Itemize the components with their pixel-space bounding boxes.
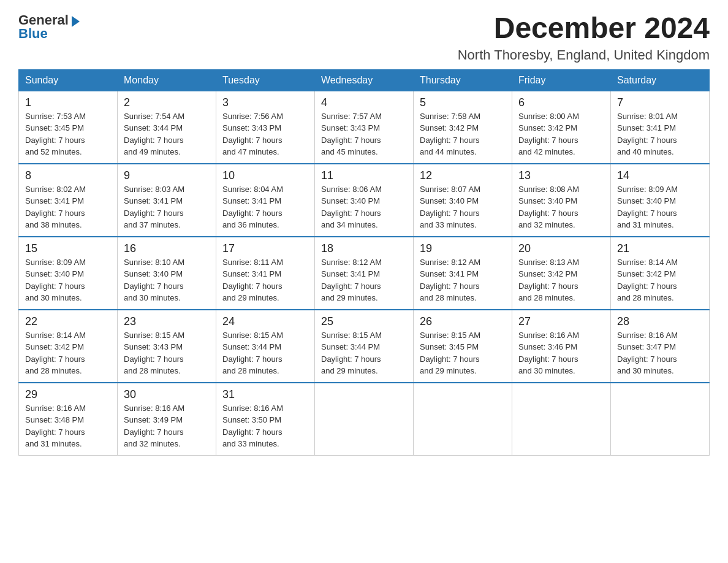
table-row: 26 Sunrise: 8:15 AM Sunset: 3:45 PM Dayl… bbox=[414, 310, 512, 383]
day-info: Sunrise: 7:58 AM Sunset: 3:42 PM Dayligh… bbox=[420, 110, 506, 158]
day-info: Sunrise: 8:16 AM Sunset: 3:49 PM Dayligh… bbox=[124, 402, 210, 450]
day-info: Sunrise: 7:56 AM Sunset: 3:43 PM Dayligh… bbox=[222, 110, 308, 158]
day-info: Sunrise: 8:15 AM Sunset: 3:43 PM Dayligh… bbox=[124, 329, 210, 377]
month-title: December 2024 bbox=[458, 12, 710, 45]
table-row: 12 Sunrise: 8:07 AM Sunset: 3:40 PM Dayl… bbox=[414, 164, 512, 237]
header-thursday: Thursday bbox=[414, 69, 512, 91]
day-number: 6 bbox=[518, 96, 604, 109]
calendar-week-row: 22 Sunrise: 8:14 AM Sunset: 3:42 PM Dayl… bbox=[19, 310, 710, 383]
day-number: 12 bbox=[420, 169, 506, 182]
day-number: 19 bbox=[420, 242, 506, 255]
day-number: 8 bbox=[25, 169, 111, 182]
table-row: 15 Sunrise: 8:09 AM Sunset: 3:40 PM Dayl… bbox=[19, 237, 118, 310]
table-row bbox=[512, 383, 611, 456]
day-info: Sunrise: 8:04 AM Sunset: 3:41 PM Dayligh… bbox=[222, 183, 308, 231]
day-info: Sunrise: 8:16 AM Sunset: 3:48 PM Dayligh… bbox=[25, 402, 111, 450]
table-row: 7 Sunrise: 8:01 AM Sunset: 3:41 PM Dayli… bbox=[611, 91, 710, 164]
header-monday: Monday bbox=[118, 69, 216, 91]
day-number: 16 bbox=[124, 242, 210, 255]
day-info: Sunrise: 8:01 AM Sunset: 3:41 PM Dayligh… bbox=[617, 110, 703, 158]
day-info: Sunrise: 8:02 AM Sunset: 3:41 PM Dayligh… bbox=[25, 183, 111, 231]
day-info: Sunrise: 8:15 AM Sunset: 3:44 PM Dayligh… bbox=[222, 329, 308, 377]
day-number: 23 bbox=[124, 315, 210, 328]
day-info: Sunrise: 8:10 AM Sunset: 3:40 PM Dayligh… bbox=[124, 256, 210, 304]
header-saturday: Saturday bbox=[611, 69, 710, 91]
day-info: Sunrise: 8:09 AM Sunset: 3:40 PM Dayligh… bbox=[25, 256, 111, 304]
table-row: 31 Sunrise: 8:16 AM Sunset: 3:50 PM Dayl… bbox=[216, 383, 315, 456]
day-number: 22 bbox=[25, 315, 111, 328]
day-info: Sunrise: 8:16 AM Sunset: 3:46 PM Dayligh… bbox=[518, 329, 604, 377]
day-number: 10 bbox=[222, 169, 308, 182]
day-info: Sunrise: 8:07 AM Sunset: 3:40 PM Dayligh… bbox=[420, 183, 506, 231]
calendar-week-row: 15 Sunrise: 8:09 AM Sunset: 3:40 PM Dayl… bbox=[19, 237, 710, 310]
day-info: Sunrise: 8:09 AM Sunset: 3:40 PM Dayligh… bbox=[617, 183, 703, 231]
day-info: Sunrise: 8:08 AM Sunset: 3:40 PM Dayligh… bbox=[518, 183, 604, 231]
day-info: Sunrise: 8:12 AM Sunset: 3:41 PM Dayligh… bbox=[420, 256, 506, 304]
table-row: 14 Sunrise: 8:09 AM Sunset: 3:40 PM Dayl… bbox=[611, 164, 710, 237]
page-header: General Blue December 2024 North Thoresb… bbox=[18, 12, 710, 63]
day-info: Sunrise: 8:13 AM Sunset: 3:42 PM Dayligh… bbox=[518, 256, 604, 304]
table-row: 21 Sunrise: 8:14 AM Sunset: 3:42 PM Dayl… bbox=[611, 237, 710, 310]
day-number: 26 bbox=[420, 315, 506, 328]
day-number: 9 bbox=[124, 169, 210, 182]
day-number: 14 bbox=[617, 169, 703, 182]
day-number: 15 bbox=[25, 242, 111, 255]
table-row: 11 Sunrise: 8:06 AM Sunset: 3:40 PM Dayl… bbox=[315, 164, 414, 237]
day-info: Sunrise: 8:11 AM Sunset: 3:41 PM Dayligh… bbox=[222, 256, 308, 304]
table-row bbox=[315, 383, 414, 456]
table-row: 30 Sunrise: 8:16 AM Sunset: 3:49 PM Dayl… bbox=[118, 383, 216, 456]
table-row: 2 Sunrise: 7:54 AM Sunset: 3:44 PM Dayli… bbox=[118, 91, 216, 164]
table-row: 17 Sunrise: 8:11 AM Sunset: 3:41 PM Dayl… bbox=[216, 237, 315, 310]
day-number: 4 bbox=[321, 96, 407, 109]
day-number: 13 bbox=[518, 169, 604, 182]
logo: General Blue bbox=[18, 12, 80, 42]
table-row bbox=[414, 383, 512, 456]
day-info: Sunrise: 8:06 AM Sunset: 3:40 PM Dayligh… bbox=[321, 183, 407, 231]
table-row: 19 Sunrise: 8:12 AM Sunset: 3:41 PM Dayl… bbox=[414, 237, 512, 310]
calendar-week-row: 8 Sunrise: 8:02 AM Sunset: 3:41 PM Dayli… bbox=[19, 164, 710, 237]
table-row: 5 Sunrise: 7:58 AM Sunset: 3:42 PM Dayli… bbox=[414, 91, 512, 164]
table-row: 22 Sunrise: 8:14 AM Sunset: 3:42 PM Dayl… bbox=[19, 310, 118, 383]
day-number: 17 bbox=[222, 242, 308, 255]
header-wednesday: Wednesday bbox=[315, 69, 414, 91]
table-row: 27 Sunrise: 8:16 AM Sunset: 3:46 PM Dayl… bbox=[512, 310, 611, 383]
day-number: 29 bbox=[25, 388, 111, 401]
day-number: 27 bbox=[518, 315, 604, 328]
table-row: 9 Sunrise: 8:03 AM Sunset: 3:41 PM Dayli… bbox=[118, 164, 216, 237]
table-row: 29 Sunrise: 8:16 AM Sunset: 3:48 PM Dayl… bbox=[19, 383, 118, 456]
table-row: 18 Sunrise: 8:12 AM Sunset: 3:41 PM Dayl… bbox=[315, 237, 414, 310]
table-row: 1 Sunrise: 7:53 AM Sunset: 3:45 PM Dayli… bbox=[19, 91, 118, 164]
header-friday: Friday bbox=[512, 69, 611, 91]
table-row: 23 Sunrise: 8:15 AM Sunset: 3:43 PM Dayl… bbox=[118, 310, 216, 383]
table-row: 6 Sunrise: 8:00 AM Sunset: 3:42 PM Dayli… bbox=[512, 91, 611, 164]
day-info: Sunrise: 8:16 AM Sunset: 3:50 PM Dayligh… bbox=[222, 402, 308, 450]
day-number: 28 bbox=[617, 315, 703, 328]
calendar-week-row: 1 Sunrise: 7:53 AM Sunset: 3:45 PM Dayli… bbox=[19, 91, 710, 164]
day-number: 21 bbox=[617, 242, 703, 255]
header-sunday: Sunday bbox=[19, 69, 118, 91]
table-row: 25 Sunrise: 8:15 AM Sunset: 3:44 PM Dayl… bbox=[315, 310, 414, 383]
table-row: 20 Sunrise: 8:13 AM Sunset: 3:42 PM Dayl… bbox=[512, 237, 611, 310]
day-info: Sunrise: 8:03 AM Sunset: 3:41 PM Dayligh… bbox=[124, 183, 210, 231]
weekday-header-row: Sunday Monday Tuesday Wednesday Thursday… bbox=[19, 69, 710, 91]
day-number: 11 bbox=[321, 169, 407, 182]
day-info: Sunrise: 8:14 AM Sunset: 3:42 PM Dayligh… bbox=[25, 329, 111, 377]
table-row: 24 Sunrise: 8:15 AM Sunset: 3:44 PM Dayl… bbox=[216, 310, 315, 383]
table-row: 8 Sunrise: 8:02 AM Sunset: 3:41 PM Dayli… bbox=[19, 164, 118, 237]
day-info: Sunrise: 8:15 AM Sunset: 3:44 PM Dayligh… bbox=[321, 329, 407, 377]
day-number: 2 bbox=[124, 96, 210, 109]
table-row: 16 Sunrise: 8:10 AM Sunset: 3:40 PM Dayl… bbox=[118, 237, 216, 310]
day-number: 20 bbox=[518, 242, 604, 255]
table-row: 3 Sunrise: 7:56 AM Sunset: 3:43 PM Dayli… bbox=[216, 91, 315, 164]
day-info: Sunrise: 8:12 AM Sunset: 3:41 PM Dayligh… bbox=[321, 256, 407, 304]
day-info: Sunrise: 7:53 AM Sunset: 3:45 PM Dayligh… bbox=[25, 110, 111, 158]
location-subtitle: North Thoresby, England, United Kingdom bbox=[458, 47, 710, 63]
day-number: 25 bbox=[321, 315, 407, 328]
table-row: 13 Sunrise: 8:08 AM Sunset: 3:40 PM Dayl… bbox=[512, 164, 611, 237]
day-number: 18 bbox=[321, 242, 407, 255]
day-number: 24 bbox=[222, 315, 308, 328]
table-row: 28 Sunrise: 8:16 AM Sunset: 3:47 PM Dayl… bbox=[611, 310, 710, 383]
day-number: 31 bbox=[222, 388, 308, 401]
day-info: Sunrise: 8:15 AM Sunset: 3:45 PM Dayligh… bbox=[420, 329, 506, 377]
logo-text: General Blue bbox=[18, 12, 80, 42]
